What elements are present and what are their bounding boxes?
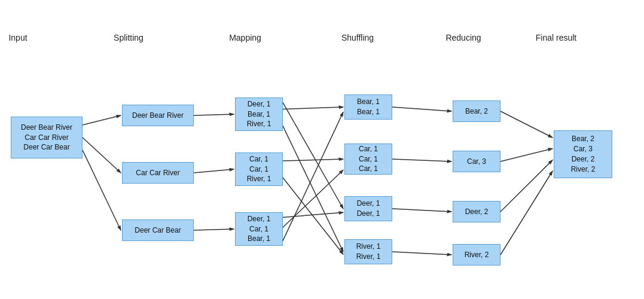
svg-line-10 [283, 159, 343, 161]
svg-line-17 [392, 209, 451, 212]
svg-line-8 [283, 102, 343, 209]
stage-label-shuffling: Shuffling [322, 33, 393, 42]
node-red1: Bear, 2 [453, 100, 500, 122]
node-red2: Car, 3 [453, 151, 500, 172]
node-shuf1: Bear, 1 Bear, 1 [344, 94, 392, 120]
svg-line-11 [283, 178, 343, 254]
node-red3: Deer, 2 [453, 201, 500, 222]
node-input: Deer Bear River Car Car River Deer Car B… [11, 117, 83, 158]
stage-label-splitting: Splitting [93, 33, 164, 42]
svg-line-5 [194, 169, 234, 173]
svg-line-13 [283, 170, 343, 227]
stage-label-final: Final result [520, 33, 592, 42]
title [0, 0, 644, 11]
svg-line-14 [283, 112, 343, 240]
node-map3: Deer, 1 Car, 1 Bear, 1 [235, 212, 283, 246]
node-map1: Deer, 1 Bear, 1 River, 1 [235, 97, 283, 131]
svg-line-15 [392, 107, 451, 111]
svg-line-6 [194, 229, 234, 230]
stage-label-mapping: Mapping [209, 33, 281, 42]
svg-line-9 [283, 126, 343, 252]
node-shuf2: Car, 1 Car, 1 Car, 1 [344, 144, 392, 175]
svg-line-16 [392, 159, 451, 161]
svg-line-1 [83, 115, 121, 125]
svg-line-4 [194, 114, 234, 115]
stage-label-input: Input [0, 33, 54, 42]
node-map2: Car, 1 Car, 1 River, 1 [235, 152, 283, 186]
node-shuf3: Deer, 1 Deer, 1 [344, 196, 392, 221]
svg-line-19 [500, 111, 553, 138]
svg-line-12 [283, 212, 343, 217]
node-split3: Deer Car Bear [122, 219, 194, 241]
node-final: Bear, 2 Car, 3 Deer, 2 River, 2 [554, 130, 612, 178]
svg-line-18 [392, 252, 451, 255]
node-split2: Car Car River [122, 162, 194, 184]
svg-line-20 [500, 148, 553, 161]
svg-line-7 [283, 107, 343, 109]
svg-line-2 [83, 138, 121, 173]
node-shuf4: River, 1 River, 1 [344, 239, 392, 264]
svg-line-3 [83, 150, 121, 230]
stage-label-reducing: Reducing [428, 33, 499, 42]
node-red4: River, 2 [453, 244, 500, 266]
node-split1: Deer Bear River [122, 105, 194, 126]
svg-line-21 [500, 160, 553, 212]
svg-line-22 [500, 171, 553, 255]
